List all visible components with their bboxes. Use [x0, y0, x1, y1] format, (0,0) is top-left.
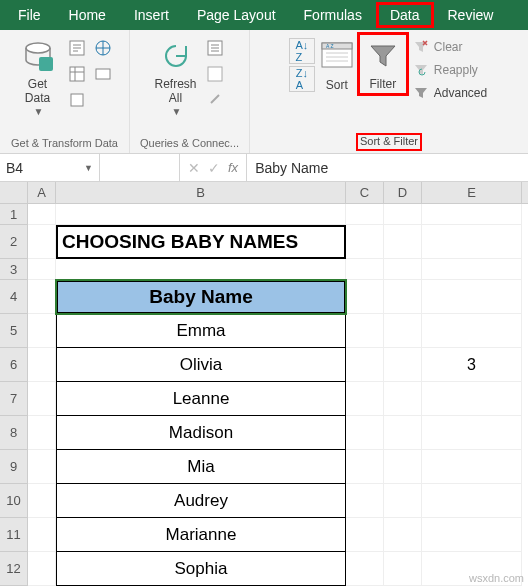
cell-c7[interactable] — [346, 382, 384, 416]
cell-d11[interactable] — [384, 518, 422, 552]
advanced-filter-button[interactable]: Advanced — [413, 82, 487, 104]
cell-b10[interactable]: Audrey — [56, 484, 346, 518]
cell-c3[interactable] — [346, 259, 384, 280]
reapply-filter-button[interactable]: Reapply — [413, 59, 487, 81]
cell-e3[interactable] — [422, 259, 522, 280]
cell-e7[interactable] — [422, 382, 522, 416]
cell-c5[interactable] — [346, 314, 384, 348]
edit-links-button[interactable] — [203, 88, 227, 112]
cell-a5[interactable] — [28, 314, 56, 348]
cell-c1[interactable] — [346, 204, 384, 225]
cell-a12[interactable] — [28, 552, 56, 586]
cell-b1[interactable] — [56, 204, 346, 225]
row-header-11[interactable]: 11 — [0, 518, 28, 552]
col-header-c[interactable]: C — [346, 182, 384, 203]
cell-a4[interactable] — [28, 280, 56, 314]
cell-a3[interactable] — [28, 259, 56, 280]
sort-desc-button[interactable]: Z↓A — [289, 66, 315, 92]
tab-formulas[interactable]: Formulas — [290, 2, 376, 28]
cell-e10[interactable] — [422, 484, 522, 518]
cell-c12[interactable] — [346, 552, 384, 586]
col-header-a[interactable]: A — [28, 182, 56, 203]
formula-input[interactable]: Baby Name — [247, 160, 528, 176]
cell-d9[interactable] — [384, 450, 422, 484]
accept-icon[interactable]: ✓ — [208, 160, 220, 176]
cell-b12[interactable]: Sophia — [56, 552, 346, 586]
cell-b6[interactable]: Olivia — [56, 348, 346, 382]
tab-page-layout[interactable]: Page Layout — [183, 2, 290, 28]
recent-sources-button[interactable] — [91, 62, 115, 86]
cell-a8[interactable] — [28, 416, 56, 450]
cell-d1[interactable] — [384, 204, 422, 225]
sort-button[interactable]: A Z Sort — [317, 32, 357, 96]
get-data-button[interactable]: Get Data ▼ — [13, 32, 63, 121]
properties-button[interactable] — [203, 62, 227, 86]
queries-pane-button[interactable] — [203, 36, 227, 60]
tab-insert[interactable]: Insert — [120, 2, 183, 28]
cell-b7[interactable]: Leanne — [56, 382, 346, 416]
cell-d3[interactable] — [384, 259, 422, 280]
cell-e5[interactable] — [422, 314, 522, 348]
cell-d4[interactable] — [384, 280, 422, 314]
from-web-button[interactable] — [91, 36, 115, 60]
cell-d6[interactable] — [384, 348, 422, 382]
cell-b11[interactable]: Marianne — [56, 518, 346, 552]
filter-button[interactable]: Filter — [357, 32, 409, 96]
cell-a7[interactable] — [28, 382, 56, 416]
cell-b9[interactable]: Mia — [56, 450, 346, 484]
col-header-d[interactable]: D — [384, 182, 422, 203]
tab-file[interactable]: File — [4, 2, 55, 28]
cell-c8[interactable] — [346, 416, 384, 450]
row-header-6[interactable]: 6 — [0, 348, 28, 382]
row-header-1[interactable]: 1 — [0, 204, 28, 225]
row-header-2[interactable]: 2 — [0, 225, 28, 259]
cell-c6[interactable] — [346, 348, 384, 382]
cell-e8[interactable] — [422, 416, 522, 450]
cell-d10[interactable] — [384, 484, 422, 518]
cell-a1[interactable] — [28, 204, 56, 225]
cell-e9[interactable] — [422, 450, 522, 484]
cell-d8[interactable] — [384, 416, 422, 450]
existing-connections-button[interactable] — [65, 88, 89, 112]
row-header-8[interactable]: 8 — [0, 416, 28, 450]
row-header-9[interactable]: 9 — [0, 450, 28, 484]
cell-c2[interactable] — [346, 225, 384, 259]
cell-e2[interactable] — [422, 225, 522, 259]
tab-review[interactable]: Review — [434, 2, 508, 28]
cell-c4[interactable] — [346, 280, 384, 314]
cancel-icon[interactable]: ✕ — [188, 160, 200, 176]
row-header-10[interactable]: 10 — [0, 484, 28, 518]
row-header-4[interactable]: 4 — [0, 280, 28, 314]
row-header-5[interactable]: 5 — [0, 314, 28, 348]
cell-c10[interactable] — [346, 484, 384, 518]
row-header-12[interactable]: 12 — [0, 552, 28, 586]
name-box[interactable]: B4 ▼ — [0, 154, 100, 181]
cell-c9[interactable] — [346, 450, 384, 484]
cell-a9[interactable] — [28, 450, 56, 484]
cell-a11[interactable] — [28, 518, 56, 552]
cell-a6[interactable] — [28, 348, 56, 382]
cell-d2[interactable] — [384, 225, 422, 259]
cell-b4-header[interactable]: Baby Name — [56, 280, 346, 314]
select-all-corner[interactable] — [0, 182, 28, 203]
sort-asc-button[interactable]: A↓Z — [289, 38, 315, 64]
cell-b2-title[interactable]: CHOOSING BABY NAMES — [56, 225, 346, 259]
from-table-button[interactable] — [65, 62, 89, 86]
cell-b5[interactable]: Emma — [56, 314, 346, 348]
col-header-e[interactable]: E — [422, 182, 522, 203]
cell-d5[interactable] — [384, 314, 422, 348]
row-header-7[interactable]: 7 — [0, 382, 28, 416]
cell-a2[interactable] — [28, 225, 56, 259]
cell-b8[interactable]: Madison — [56, 416, 346, 450]
tab-data[interactable]: Data — [376, 2, 434, 28]
cell-d12[interactable] — [384, 552, 422, 586]
cell-e4[interactable] — [422, 280, 522, 314]
fx-icon[interactable]: fx — [228, 160, 238, 175]
clear-filter-button[interactable]: Clear — [413, 36, 487, 58]
tab-home[interactable]: Home — [55, 2, 120, 28]
refresh-all-button[interactable]: Refresh All ▼ — [151, 32, 201, 121]
col-header-b[interactable]: B — [56, 182, 346, 203]
row-header-3[interactable]: 3 — [0, 259, 28, 280]
cell-b3[interactable] — [56, 259, 346, 280]
cell-e6[interactable]: 3 — [422, 348, 522, 382]
